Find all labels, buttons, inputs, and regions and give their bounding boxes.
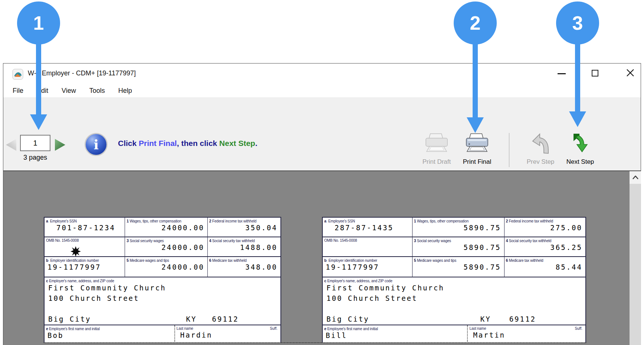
box-5-label: 5 Medicare wages and tips xyxy=(125,257,207,263)
last-name-label: Last name xyxy=(175,325,280,331)
page-count-label: 3 pages xyxy=(15,154,56,162)
fed-tax-value: 350.04 xyxy=(208,223,280,232)
menu-tools[interactable]: Tools xyxy=(89,87,105,95)
box-a-label: a Employee's SSN xyxy=(323,218,412,223)
wages-value: 24000.00 xyxy=(125,223,207,232)
employer-zip: 69112 xyxy=(509,315,536,323)
title-bar: W-2 Employer - CDM+ [19-1177997] xyxy=(3,64,641,84)
first-name-value: Bill xyxy=(323,331,467,340)
medicare-tax-value: 85.44 xyxy=(505,263,585,271)
box-6-label: 6 Medicare tax withheld xyxy=(505,257,585,263)
employer-name: First Community Church xyxy=(326,283,444,292)
prev-step-button[interactable]: Prev Step xyxy=(519,158,562,166)
suffix-label: Suff. xyxy=(575,326,582,331)
callout-1: 1 xyxy=(17,1,60,45)
box-6-label: 6 Medicare tax withheld xyxy=(208,257,280,263)
prev-step-icon[interactable] xyxy=(531,133,551,154)
ssn-value: 701-87-1234 xyxy=(45,223,125,232)
instruction-seg-print-final: Print Final xyxy=(139,139,177,147)
employer-state: KY xyxy=(186,315,197,323)
menu-file[interactable]: File xyxy=(13,87,23,95)
box-3-label: 3 Social security wages xyxy=(125,237,207,243)
chevron-up-icon xyxy=(632,176,638,179)
page-number-input[interactable] xyxy=(20,135,50,151)
print-draft-button[interactable]: Print Draft xyxy=(415,158,459,166)
maximize-button[interactable] xyxy=(592,70,598,77)
employer-city: Big City xyxy=(326,315,369,323)
ss-wages-value: 24000.00 xyxy=(125,243,207,252)
print-final-button[interactable]: Print Final xyxy=(455,158,499,166)
next-step-button[interactable]: Next Step xyxy=(558,158,602,166)
instruction-seg-next-step: Next Step xyxy=(219,139,255,147)
w2-form-left: a Employee's SSN 701-87-1234 1 Wages, ti… xyxy=(44,217,281,342)
employer-name: First Community Church xyxy=(48,283,166,292)
vertical-scrollbar[interactable] xyxy=(630,171,641,345)
instruction-seg: Click xyxy=(118,139,139,147)
app-logo-icon xyxy=(12,69,23,80)
next-step-icon[interactable] xyxy=(571,133,591,154)
callout-2-number: 2 xyxy=(454,1,497,45)
employer-state: KY xyxy=(480,315,491,323)
ss-tax-value: 1488.00 xyxy=(208,243,280,252)
screenshot-root: W-2 Employer - CDM+ [19-1177997] File Ed… xyxy=(0,0,644,345)
last-name-label: Last name xyxy=(468,325,585,331)
callout-1-number: 1 xyxy=(17,1,60,45)
w2-form-right: a Employee's SSN 287-87-1435 1 Wages, ti… xyxy=(322,217,586,342)
medicare-tax-value: 348.00 xyxy=(208,263,280,271)
ink-blot xyxy=(70,246,81,257)
employer-zip: 69112 xyxy=(212,315,239,323)
menu-help[interactable]: Help xyxy=(118,87,132,95)
callout-3: 3 xyxy=(556,1,599,45)
info-icon: i xyxy=(85,133,108,156)
box-1-label: 1 Wages, tips, other compensation xyxy=(413,218,504,223)
first-name-value: Bob xyxy=(45,331,174,340)
ein-value: 19-1177997 xyxy=(45,263,125,271)
print-final-icon[interactable] xyxy=(465,133,489,154)
box-b-label: b Employer identification number xyxy=(323,257,412,263)
callout-2: 2 xyxy=(454,1,497,45)
instruction-seg: , then click xyxy=(177,139,219,147)
menu-view[interactable]: View xyxy=(62,87,76,95)
instruction-text: Click Print Final, then click Next Step. xyxy=(118,139,257,148)
print-draft-icon[interactable] xyxy=(424,133,449,154)
employer-street: 100 Church Street xyxy=(326,294,417,303)
box-4-label: 4 Social security tax withheld xyxy=(505,237,585,243)
employer-street: 100 Church Street xyxy=(48,294,139,303)
ss-tax-value: 365.25 xyxy=(505,243,585,252)
callout-3-number: 3 xyxy=(556,1,599,45)
employer-city: Big City xyxy=(48,315,91,323)
last-name-value: Hardin xyxy=(175,331,280,339)
ssn-value: 287-87-1435 xyxy=(323,223,412,232)
box-5-label: 5 Medicare wages and tips xyxy=(413,257,504,263)
toolbar-divider xyxy=(509,133,509,167)
box-3-label: 3 Social security wages xyxy=(413,237,504,243)
medicare-wages-value: 5890.75 xyxy=(413,263,504,271)
omb-label: OMB No. 1545-0008 xyxy=(45,237,125,243)
box-1-label: 1 Wages, tips, other compensation xyxy=(125,218,207,223)
window-title: W-2 Employer - CDM+ [19-1177997] xyxy=(28,69,136,77)
menu-bar: File Edit View Tools Help xyxy=(3,84,641,97)
box-e-label: e Employee's first name and initial xyxy=(45,325,174,331)
ss-wages-value: 5890.75 xyxy=(413,243,504,252)
box-a-label: a Employee's SSN xyxy=(45,218,125,223)
instruction-seg: . xyxy=(255,139,257,147)
scroll-up-button[interactable] xyxy=(630,171,641,184)
close-button[interactable] xyxy=(626,68,635,77)
medicare-wages-value: 24000.00 xyxy=(125,263,207,271)
box-b-label: b Employer identification number xyxy=(45,257,125,263)
ein-value: 19-1177997 xyxy=(323,263,412,271)
last-name-value: Martin xyxy=(468,331,585,339)
perforation-line xyxy=(44,342,586,343)
box-2-label: 2 Federal income tax withheld xyxy=(208,218,280,223)
box-c-label: c Employer's name, address, and ZIP code xyxy=(323,277,585,283)
minimize-button[interactable] xyxy=(558,73,566,74)
box-4-label: 4 Social security tax withheld xyxy=(208,237,280,243)
wages-value: 5890.75 xyxy=(413,223,504,232)
box-2-label: 2 Federal income tax withheld xyxy=(505,218,585,223)
fed-tax-value: 275.00 xyxy=(505,223,585,232)
box-c-label: c Employer's name, address, and ZIP code xyxy=(45,277,280,283)
suffix-label: Suff. xyxy=(270,326,277,331)
box-e-label: e Employee's first name and initial xyxy=(323,325,467,331)
omb-label: OMB No. 1545-0008 xyxy=(323,237,412,243)
